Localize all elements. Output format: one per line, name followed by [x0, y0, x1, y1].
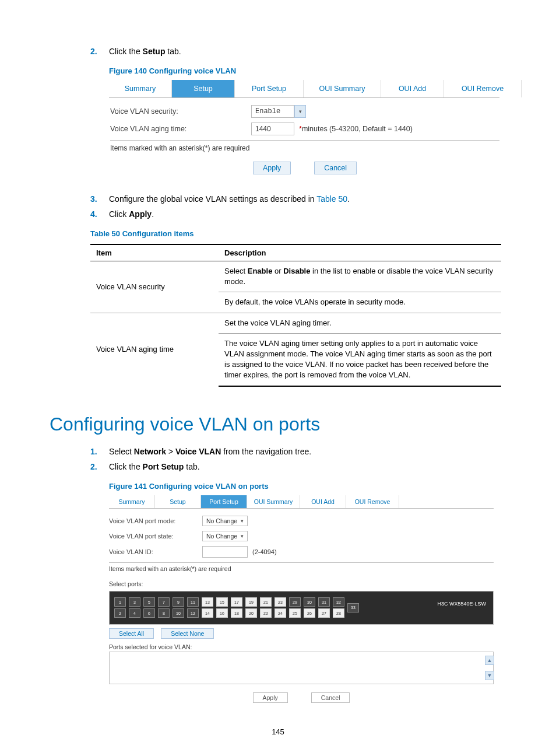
select-all-button[interactable]: Select All: [109, 628, 154, 639]
aging-label: Voice VLAN aging time:: [110, 125, 251, 133]
tab-setup[interactable]: Setup: [155, 495, 201, 508]
step-num: 3.: [90, 194, 97, 204]
port[interactable]: 18: [231, 608, 242, 618]
figure-141: Summary Setup Port Setup OUI Summary OUI…: [109, 495, 494, 703]
state-select[interactable]: No Change▾: [202, 531, 248, 541]
td-desc: The voice VLAN aging timer setting only …: [219, 333, 501, 386]
port[interactable]: 29: [289, 597, 301, 607]
port[interactable]: 31: [318, 597, 330, 607]
tab-oui-remove[interactable]: OUI Remove: [346, 495, 399, 508]
required-note: Items marked with an asterisk(*) are req…: [109, 562, 494, 572]
required-note: Items marked with an asterisk(*) are req…: [110, 140, 499, 152]
figure-141-caption: Figure 141 Configuring voice VLAN on por…: [109, 482, 506, 491]
port[interactable]: 8: [158, 608, 170, 618]
state-label: Voice VLAN port state:: [109, 533, 202, 540]
port[interactable]: 16: [216, 608, 228, 618]
td-desc: Select Enable or Disable in the list to …: [219, 261, 501, 292]
mode-select[interactable]: No Change▾: [202, 516, 248, 526]
mode-label: Voice VLAN port mode:: [109, 517, 202, 524]
page-number: 145: [50, 727, 506, 736]
tab-port-setup[interactable]: Port Setup: [235, 80, 304, 97]
vlanid-label: Voice VLAN ID:: [109, 548, 202, 555]
port[interactable]: 15: [216, 597, 228, 607]
port[interactable]: 32: [333, 597, 344, 607]
port[interactable]: 21: [260, 597, 272, 607]
step-p2: 2. Click the Port Setup tab.: [90, 462, 506, 471]
td-item: Voice VLAN aging time: [90, 313, 219, 386]
tab-oui-remove[interactable]: OUI Remove: [444, 80, 522, 97]
port[interactable]: 2: [114, 608, 126, 618]
chevron-down-icon: ▾: [241, 533, 244, 539]
step-num: 4.: [90, 209, 97, 219]
vlanid-input[interactable]: [202, 546, 248, 558]
port[interactable]: 3: [129, 597, 140, 607]
port[interactable]: 23: [275, 597, 286, 607]
step-2: 2. Click the Setup tab.: [90, 47, 506, 56]
move-up-icon[interactable]: ▲: [485, 656, 494, 665]
td-item: Voice VLAN security: [90, 261, 219, 313]
port-board: H3C WX5540E-LSW 123456789101112131415161…: [109, 591, 494, 625]
port[interactable]: 22: [260, 608, 272, 618]
chevron-down-icon: ▾: [241, 518, 244, 524]
figure-140: Summary Setup Port Setup OUI Summary OUI…: [109, 80, 499, 178]
step-p1: 1. Select Network > Voice VLAN from the …: [90, 447, 506, 456]
port[interactable]: 12: [187, 608, 199, 618]
port[interactable]: 14: [202, 608, 213, 618]
dropdown-icon[interactable]: ▾: [294, 105, 306, 118]
tab-port-setup[interactable]: Port Setup: [201, 495, 247, 508]
board-label: H3C WX5540E-LSW: [437, 601, 486, 607]
port[interactable]: 5: [143, 597, 155, 607]
cancel-button[interactable]: Cancel: [311, 692, 350, 703]
port[interactable]: 33: [347, 603, 359, 612]
tab-oui-summary[interactable]: OUI Summary: [304, 80, 381, 97]
th-item: Item: [90, 244, 219, 261]
tab-summary[interactable]: Summary: [109, 495, 155, 508]
step-num: 2.: [90, 462, 97, 471]
step-num: 1.: [90, 447, 97, 456]
td-desc: Set the voice VLAN aging timer.: [219, 313, 501, 333]
port[interactable]: 19: [245, 597, 257, 607]
security-label: Voice VLAN security:: [110, 107, 251, 116]
port[interactable]: 4: [129, 608, 140, 618]
table-50-caption: Table 50 Configuration items: [90, 229, 506, 238]
table-50-ref[interactable]: Table 50: [316, 194, 347, 204]
security-select[interactable]: Enable: [251, 105, 294, 118]
port[interactable]: 7: [158, 597, 170, 607]
port[interactable]: 17: [231, 597, 242, 607]
select-ports-label: Select ports:: [109, 580, 494, 587]
figure-140-caption: Figure 140 Configuring voice VLAN: [109, 66, 506, 75]
port[interactable]: 20: [245, 608, 257, 618]
select-none-button[interactable]: Select None: [161, 628, 214, 639]
selected-ports-box: ▲ ▼: [109, 652, 494, 684]
tab-oui-add[interactable]: OUI Add: [300, 495, 346, 508]
port[interactable]: 11: [187, 597, 199, 607]
port[interactable]: 10: [173, 608, 184, 618]
apply-button[interactable]: Apply: [253, 162, 291, 174]
tab-oui-summary[interactable]: OUI Summary: [247, 495, 300, 508]
vlanid-range: (2-4094): [252, 548, 277, 555]
apply-button[interactable]: Apply: [253, 692, 288, 703]
port[interactable]: 25: [289, 608, 301, 618]
port[interactable]: 24: [275, 608, 286, 618]
tab-summary[interactable]: Summary: [109, 80, 172, 97]
port[interactable]: 28: [333, 608, 344, 618]
tab-oui-add[interactable]: OUI Add: [381, 80, 444, 97]
aging-input[interactable]: 1440: [251, 123, 294, 135]
cancel-button[interactable]: Cancel: [314, 162, 357, 174]
aging-unit: minutes (5-43200, Default = 1440): [302, 125, 413, 133]
port[interactable]: 9: [173, 597, 184, 607]
tab-setup[interactable]: Setup: [172, 80, 235, 97]
port[interactable]: 30: [304, 597, 315, 607]
table-50: Item Description Voice VLAN security Sel…: [90, 244, 501, 387]
td-desc: By default, the voice VLANs operate in s…: [219, 292, 501, 313]
move-down-icon[interactable]: ▼: [485, 671, 494, 680]
step-num: 2.: [90, 47, 97, 56]
th-desc: Description: [219, 244, 501, 261]
step-4: 4. Click Apply.: [90, 209, 506, 219]
port[interactable]: 26: [304, 608, 315, 618]
port[interactable]: 1: [114, 597, 126, 607]
section-heading: Configuring voice VLAN on ports: [50, 414, 506, 435]
port[interactable]: 27: [318, 608, 330, 618]
port[interactable]: 6: [143, 608, 155, 618]
port[interactable]: 13: [202, 597, 213, 607]
